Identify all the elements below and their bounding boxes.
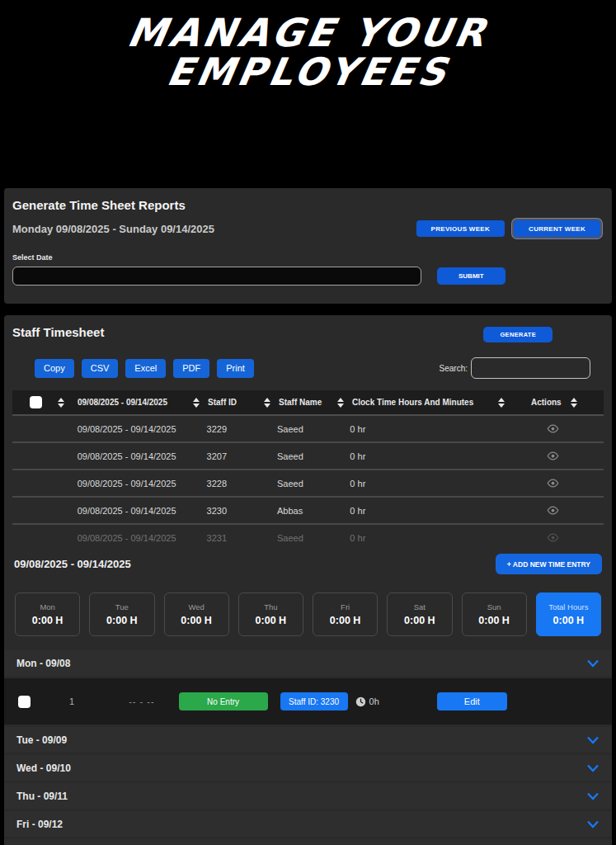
entry-checkbox[interactable] [18,696,31,708]
export-pdf-button[interactable]: PDF [173,359,209,378]
hero-title-line1: MANAGE YOUR [125,13,491,53]
view-eye-icon[interactable] [547,533,559,542]
select-all-checkbox[interactable] [30,396,42,408]
chevron-down-icon[interactable] [586,736,600,744]
previous-week-button[interactable]: PREVIOUS WEEK [416,220,505,237]
view-eye-icon[interactable] [547,479,559,488]
export-csv-button[interactable]: CSV [82,359,119,378]
accordion-sat[interactable]: Sat - 09/13 [4,839,612,845]
day-card-tue: Tue 0:00 H [89,592,154,636]
table-body: 09/08/2025 - 09/14/2025 3229 Saeed 0 hr … [12,416,604,545]
day-card-mon: Mon 0:00 H [15,592,80,636]
table-row: 09/08/2025 - 09/14/2025 3229 Saeed 0 hr [12,416,604,443]
chevron-down-icon[interactable] [586,792,600,800]
timesheet-panel: Staff Timesheet GENERATE Copy CSV Excel … [4,315,612,845]
sort-icon[interactable] [571,398,577,408]
view-eye-icon[interactable] [547,424,559,433]
select-date-label: Select Date [12,253,604,262]
accordion-wed[interactable]: Wed - 09/10 [4,755,612,781]
report-panel: Generate Time Sheet Reports Monday 09/08… [4,188,612,304]
hero-banner: MANAGE YOUR EMPLOYEES [0,0,616,186]
column-header-date[interactable]: 09/08/2025 - 09/14/2025 [73,398,208,408]
sort-icon[interactable] [193,398,200,408]
sort-icon[interactable] [498,398,505,408]
search-label: Search: [440,364,468,373]
staff-id-badge: Staff ID: 3230 [280,692,348,710]
timesheet-title: Staff Timesheet [12,325,104,339]
select-date-input[interactable] [12,267,421,286]
export-print-button[interactable]: Print [217,359,254,378]
hero-title-line2: EMPLOYEES [164,53,453,92]
chevron-down-icon[interactable] [586,820,600,828]
add-time-entry-button[interactable]: + ADD NEW TIME ENTRY [496,554,602,574]
day-card-wed: Wed 0:00 H [164,592,229,636]
generate-button[interactable]: GENERATE [483,327,553,342]
search-input[interactable] [471,357,590,379]
week-detail-heading: 09/08/2025 - 09/14/2025 [14,558,131,570]
column-header-staff-id[interactable]: Staff ID [208,398,279,408]
sort-icon[interactable] [58,398,64,408]
table-row: 09/08/2025 - 09/14/2025 3230 Abbas 0 hr [12,498,604,525]
export-copy-button[interactable]: Copy [35,359,74,378]
chevron-down-icon[interactable] [586,659,600,668]
table-row: 09/08/2025 - 09/14/2025 3228 Saeed 0 hr [12,470,604,498]
week-range-text: Monday 09/08/2025 - Sunday 09/14/2025 [12,223,214,235]
sort-icon[interactable] [337,398,344,408]
day-card-thu: Thu 0:00 H [238,592,303,636]
accordion-thu[interactable]: Thu - 09/11 [4,783,612,809]
view-eye-icon[interactable] [547,506,559,515]
view-eye-icon[interactable] [547,451,559,460]
day-accordions: Mon - 09/08 1 -- - -- No Entry Staff ID:… [4,650,612,845]
current-week-button[interactable]: CURRENT WEEK [514,220,600,237]
timesheet-table: 09/08/2025 - 09/14/2025 Staff ID Staff N… [12,390,604,545]
table-header-row: 09/08/2025 - 09/14/2025 Staff ID Staff N… [12,390,604,416]
submit-button[interactable]: SUBMIT [437,267,505,285]
entry-time-range: -- - -- [129,696,154,706]
column-header-actions[interactable]: Actions [513,398,604,408]
day-card-fri: Fri 0:00 H [313,592,378,636]
export-excel-button[interactable]: Excel [125,359,166,378]
edit-entry-button[interactable]: Edit [437,692,507,710]
day-card-total-hours: Total Hours 0:00 H [536,592,601,636]
chevron-down-icon[interactable] [586,764,600,772]
clock-icon [355,696,366,707]
day-card-sat: Sat 0:00 H [387,592,452,636]
accordion-tue[interactable]: Tue - 09/09 [4,727,612,753]
day-card-sun: Sun 0:00 H [462,592,527,636]
table-row: 09/08/2025 - 09/14/2025 3231 Saeed 0 hr [12,525,604,545]
accordion-mon[interactable]: Mon - 09/08 [4,650,612,676]
day-summary-cards: Mon 0:00 H Tue 0:00 H Wed 0:00 H Thu 0:0… [12,592,604,636]
report-panel-title: Generate Time Sheet Reports [12,198,604,212]
time-entry-row: 1 -- - -- No Entry Staff ID: 3230 0h Edi… [4,678,612,725]
entry-duration: 0h [369,696,379,706]
column-header-staff-name[interactable]: Staff Name [279,398,352,408]
column-header-clock-time[interactable]: Clock Time Hours And Minutes [352,398,513,408]
no-entry-badge: No Entry [179,692,268,710]
accordion-fri[interactable]: Fri - 09/12 [4,811,612,837]
entry-index: 1 [69,696,74,706]
table-row: 09/08/2025 - 09/14/2025 3207 Saeed 0 hr [12,443,604,470]
sort-icon[interactable] [264,398,270,408]
